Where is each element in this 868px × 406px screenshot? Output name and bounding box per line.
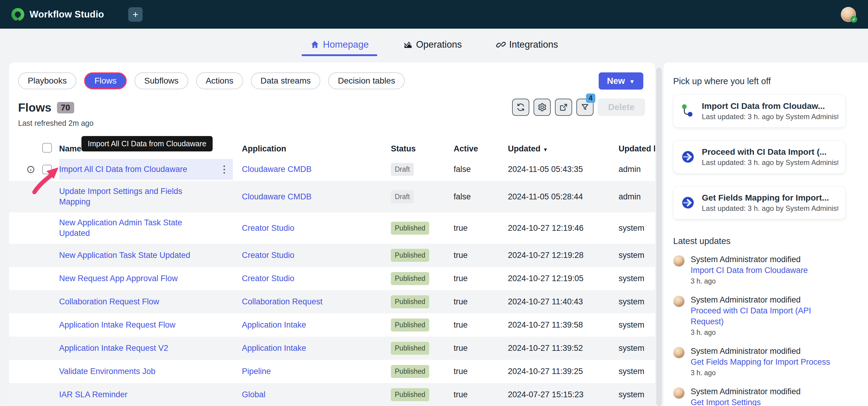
table-toolbar: 4 Delete xyxy=(512,99,645,116)
flow-name-link[interactable]: Application Intake Request V2 xyxy=(59,344,168,353)
select-all-checkbox[interactable] xyxy=(42,143,52,153)
filter-button[interactable]: 4 xyxy=(576,99,593,116)
active-value: false xyxy=(444,159,499,180)
filter-pill[interactable]: Actions xyxy=(196,72,243,89)
active-value: true xyxy=(444,384,499,405)
delete-button[interactable]: Delete xyxy=(598,99,645,116)
table-row[interactable]: Application Intake Request V2 Applicatio… xyxy=(9,337,655,360)
home-icon xyxy=(310,40,320,50)
update-time: 3 h. ago xyxy=(691,368,830,378)
settings-button[interactable] xyxy=(533,99,551,116)
application-link[interactable]: Cloudaware CMDB xyxy=(242,192,312,201)
tab-homepage[interactable]: Homepage xyxy=(302,36,377,56)
table-row[interactable]: Validate Environments Job Pipeline Publi… xyxy=(9,360,655,383)
table-row[interactable]: New Application Admin Task State Updated… xyxy=(9,212,655,244)
export-button[interactable] xyxy=(555,99,572,116)
table-row[interactable]: Collaboration Request Flow Collaboration… xyxy=(9,290,655,313)
card-subtitle: Last updated: 3 h. ago by System Adminis… xyxy=(702,158,838,167)
table-row[interactable]: Update Import Settings and Fields Mappin… xyxy=(9,181,655,212)
tab-operations[interactable]: Operations xyxy=(395,36,470,56)
table-row[interactable]: Application Intake Request Flow Applicat… xyxy=(9,313,655,337)
flow-name-link[interactable]: New Request App Approval Flow xyxy=(59,274,178,283)
update-time: 3 h. ago xyxy=(691,327,846,337)
application-link[interactable]: Application Intake xyxy=(242,320,306,330)
update-target-link[interactable]: Proceed with CI Data Import (API Request… xyxy=(691,306,811,326)
flow-name-link[interactable]: Collaboration Request Flow xyxy=(59,297,159,306)
update-target-link[interactable]: Get Import Settings xyxy=(691,398,761,406)
application-link[interactable]: Creator Studio xyxy=(242,274,294,283)
pickup-card[interactable]: Get Fields Mapping for Import... Last up… xyxy=(673,186,846,219)
pickup-card[interactable]: Import CI Data from Cloudaw... Last upda… xyxy=(673,94,846,128)
filter-pill[interactable]: Decision tables xyxy=(328,72,405,89)
flow-name-link[interactable]: New Application Task State Updated xyxy=(59,251,190,260)
active-value: true xyxy=(444,245,499,266)
refresh-button[interactable] xyxy=(512,99,529,116)
new-button[interactable]: New ▼ xyxy=(599,72,643,90)
workflow-studio-app: Workflow Studio + ✓ Homepage Operations xyxy=(0,0,868,406)
tab-integrations[interactable]: Integrations xyxy=(488,36,566,56)
update-actor: System Administrator modified xyxy=(691,254,808,265)
flow-name-link[interactable]: Update Import Settings and Fields Mappin… xyxy=(59,187,182,206)
count-badge: 70 xyxy=(57,102,74,114)
new-tab-button[interactable]: + xyxy=(128,7,143,22)
updated-by-value: system xyxy=(610,315,655,336)
flow-name-link[interactable]: IAR SLA Reminder xyxy=(59,390,128,399)
app-title: Workflow Studio xyxy=(30,9,104,20)
application-link[interactable]: Cloudaware CMDB xyxy=(242,165,312,174)
pickup-card[interactable]: Proceed with CI Data Import (... Last up… xyxy=(673,140,846,174)
table-row[interactable]: Import All CI Data from Cloudaware Cloud… xyxy=(9,158,655,181)
vertical-scrollbar[interactable] xyxy=(656,68,662,406)
table-row[interactable]: New Application Task State Updated Creat… xyxy=(9,244,655,267)
filter-pill[interactable]: Data streams xyxy=(251,72,320,89)
application-link[interactable]: Application Intake xyxy=(242,344,306,353)
active-value: true xyxy=(444,218,499,239)
column-header-status[interactable]: Status xyxy=(382,144,444,154)
column-header-updated-by[interactable]: Updated by xyxy=(610,144,655,154)
active-value: true xyxy=(444,291,499,312)
column-header-application[interactable]: Application xyxy=(233,144,382,154)
right-sidebar: Pick up where you left off Import CI Dat… xyxy=(663,62,868,406)
proceed-icon xyxy=(681,195,695,210)
application-link[interactable]: Pipeline xyxy=(242,367,271,376)
updated-value: 2024-10-27 11:39:52 xyxy=(499,338,610,358)
column-header-active[interactable]: Active xyxy=(444,144,499,154)
card-subtitle: Last updated: 3 h. ago by System Adminis… xyxy=(702,204,838,213)
pickup-title: Pick up where you left off xyxy=(673,76,868,86)
flow-name-link[interactable]: New Application Admin Task State Updated xyxy=(59,218,182,238)
status-badge: Published xyxy=(391,295,429,308)
updated-by-value: admin xyxy=(610,159,655,180)
application-link[interactable]: Creator Studio xyxy=(242,251,294,260)
column-header-updated[interactable]: Updated▼ xyxy=(499,144,610,154)
flow-name-link[interactable]: Import All CI Data from Cloudaware xyxy=(59,165,187,174)
flows-table: Name Application Status Active Updated▼ … xyxy=(9,139,655,406)
kebab-menu-icon[interactable] xyxy=(223,165,225,174)
latest-updates-list: System Administrator modified Import CI … xyxy=(673,254,846,406)
table-row[interactable]: IAR SLA Reminder Global Published true 2… xyxy=(9,383,655,406)
avatar xyxy=(673,347,685,358)
application-link[interactable]: Collaboration Request xyxy=(242,297,322,306)
sort-desc-icon: ▼ xyxy=(543,147,548,153)
application-link[interactable]: Global xyxy=(242,390,266,399)
user-avatar[interactable]: ✓ xyxy=(841,7,856,22)
flow-name-link[interactable]: Application Intake Request Flow xyxy=(59,320,176,330)
table-row[interactable]: New Request App Approval Flow Creator St… xyxy=(9,267,655,290)
pickup-cards: Import CI Data from Cloudaw... Last upda… xyxy=(673,94,846,219)
avatar xyxy=(673,387,685,399)
updated-value: 2024-11-05 05:43:35 xyxy=(499,159,610,180)
filter-pill[interactable]: Playbooks xyxy=(18,72,76,89)
updated-value: 2024-07-27 15:15:23 xyxy=(499,384,610,405)
status-badge: Published xyxy=(391,222,429,235)
status-badge: Published xyxy=(391,272,429,285)
filter-pill[interactable]: Flows xyxy=(84,72,127,89)
filter-pill[interactable]: Subflows xyxy=(134,72,188,89)
flows-panel: Playbooks Flows Subflows Actions Data st… xyxy=(9,62,655,406)
refresh-icon xyxy=(516,102,525,112)
main-tabs: Homepage Operations Integrations xyxy=(0,36,868,56)
updated-by-value: system xyxy=(610,218,655,239)
update-target-link[interactable]: Get Fields Mapping for Import Process xyxy=(691,357,830,367)
flow-name-link[interactable]: Validate Environments Job xyxy=(59,367,155,376)
application-link[interactable]: Creator Studio xyxy=(242,223,294,232)
flow-icon xyxy=(681,104,695,118)
filter-count-badge: 4 xyxy=(586,94,595,103)
update-target-link[interactable]: Import CI Data from Cloudaware xyxy=(691,266,808,275)
